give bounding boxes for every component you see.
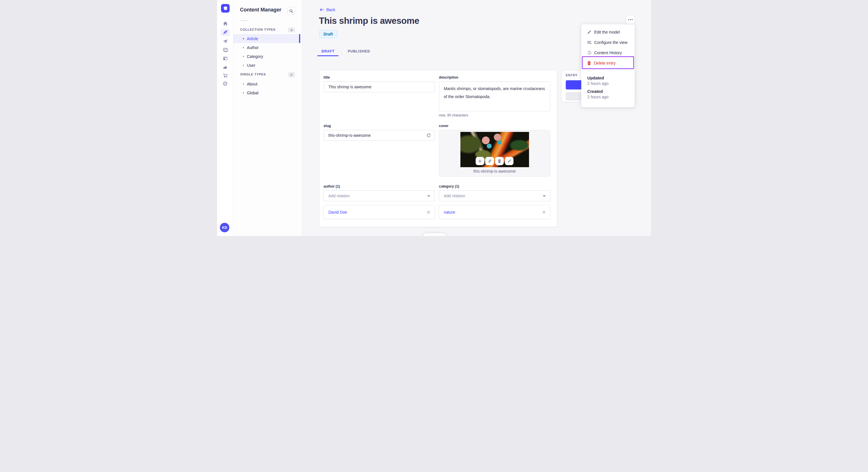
field-category: category (1) Add relation nature [439,184,550,219]
arrow-left-icon [319,8,324,12]
sidebar-item-global[interactable]: Global [234,88,300,97]
copy-link-button[interactable] [485,157,494,165]
title-input[interactable] [323,81,435,92]
content-manager-screen: ⚙ KD Content Manager COLLECTION TYPES 4 … [217,0,651,236]
menu-item-edit-the-model[interactable]: Edit the model [581,27,634,37]
pencil-icon [587,30,592,34]
cover-image [460,132,529,167]
slug-label: slug [323,124,435,128]
bullet-icon [243,65,244,66]
trash-icon [497,159,501,163]
menu-item-configure-the-view[interactable]: Configure the view [581,37,634,47]
field-cover: cover [439,124,550,177]
bullet-icon [243,56,244,57]
remove-author-relation-button[interactable] [427,210,431,215]
entry-panel-label: ENTRY [566,73,578,77]
layout-icon[interactable] [217,55,234,62]
collection-types-count-badge: 4 [288,28,295,32]
tab-bar: DRAFT PUBLISHED [317,47,374,56]
cover-card: this-shrimp-is-awesome [439,130,550,177]
delete-asset-button[interactable] [495,157,504,165]
menu-item-label: Configure the view [594,40,627,45]
menu-item-label: Content History [594,50,622,55]
back-link[interactable]: Back [319,7,335,12]
updated-label: Updated [587,76,609,80]
feather-icon[interactable] [217,29,234,36]
strapi-logo[interactable] [221,4,229,12]
category-label: category (1) [439,184,550,189]
menu-item-delete-entry[interactable]: Delete entry [581,58,634,68]
sidebar-item-label: Author [247,45,259,50]
author-add-relation-combobox[interactable]: Add relation [323,191,435,201]
media-icon[interactable] [217,46,234,53]
tab-draft[interactable]: DRAFT [317,47,338,56]
cover-label: cover [439,124,550,128]
avatar[interactable]: KD [220,223,229,232]
sidebar-item-label: Category [247,54,263,59]
sidebar-item-author[interactable]: Author [234,43,300,52]
tab-published[interactable]: PUBLISHED [344,47,374,56]
sidebar-item-about[interactable]: About [234,79,300,88]
sidebar-item-label: Global [247,91,258,95]
context-menu: Edit the model Configure the view Conten… [581,24,634,107]
updated-value: 2 hours ago [587,81,609,86]
bottom-floating-pill[interactable] [423,233,446,236]
menu-item-content-history[interactable]: Content History [581,47,634,58]
slug-input[interactable] [323,130,435,141]
category-relation-link[interactable]: nature [444,210,455,214]
single-types-count-badge: 2 [288,72,295,77]
strapi-logo-glyph [221,4,229,12]
plus-icon [478,159,482,163]
author-label: author (1) [323,184,435,189]
menu-divider [581,70,634,71]
link-icon [488,159,492,163]
author-relation-item: David Doe [323,205,435,219]
cover-caption: this-shrimp-is-awesome [439,169,550,173]
search-button[interactable] [287,7,295,15]
sidebar-item-label: Article [247,36,258,41]
chevron-down-icon [427,195,430,197]
created-value: 2 hours ago [587,95,609,99]
cart-icon[interactable] [217,72,234,79]
more-actions-button[interactable] [626,15,635,24]
sidebar-item-user[interactable]: User [234,61,300,70]
description-label: description [439,75,550,79]
subnav-title: Content Manager [240,7,281,13]
paper-plane-icon[interactable] [217,38,234,45]
created-meta: Created 2 hours ago [587,89,609,99]
gear-icon[interactable]: ⚙ [217,80,234,87]
subnav-divider [240,20,247,21]
close-icon [427,210,431,214]
cloud-icon[interactable] [217,64,234,71]
page-title: This shrimp is awesome [319,16,420,26]
menu-item-label: Edit the model [594,30,620,34]
author-relation-link[interactable]: David Doe [329,210,347,214]
search-icon [289,9,293,13]
updated-meta: Updated 2 hours ago [587,76,609,86]
nav-rail: ⚙ KD [217,0,234,236]
category-relation-item: nature [439,205,550,219]
close-icon [542,210,546,214]
bullet-icon [243,92,244,94]
combobox-placeholder: Add relation [329,194,350,198]
bullet-icon [243,38,244,39]
back-label: Back [327,7,335,12]
home-icon[interactable] [217,20,234,27]
regenerate-slug-button[interactable] [426,133,431,138]
sidebar-item-category[interactable]: Category [234,52,300,61]
remove-category-relation-button[interactable] [542,210,546,215]
edit-asset-button[interactable] [505,157,514,165]
pencil-icon [507,159,511,163]
entry-form-card: title description Mantis shrimps, or sto… [319,71,557,227]
description-textarea[interactable]: Mantis shrimps, or stomatopods, are mari… [439,81,550,111]
sidebar-item-article[interactable]: Article [234,34,300,43]
combobox-placeholder: Add relation [444,194,465,198]
field-title: title [323,75,435,92]
category-add-relation-combobox[interactable]: Add relation [439,191,550,201]
add-asset-button[interactable] [476,157,484,165]
menu-item-label: Delete entry [594,61,615,65]
ellipsis-icon [628,19,629,20]
sidebar-item-label: User [247,63,255,68]
history-icon [587,50,592,55]
description-helper: max. 80 characters [439,113,550,117]
